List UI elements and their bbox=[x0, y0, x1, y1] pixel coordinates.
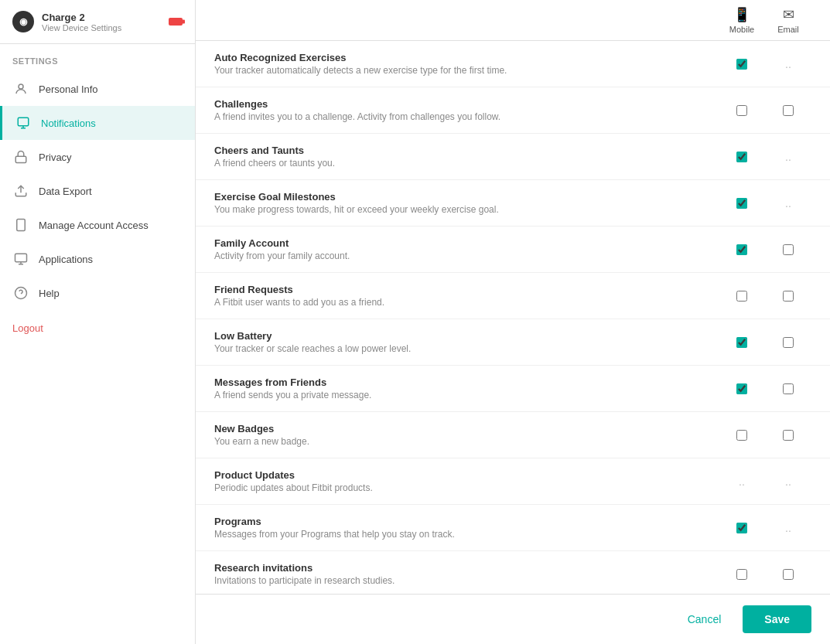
email-check-cell bbox=[765, 383, 811, 394]
email-check-cell: .. bbox=[765, 58, 811, 70]
mobile-checkbox[interactable] bbox=[736, 152, 747, 162]
mobile-check-cell: .. bbox=[719, 475, 765, 488]
table-row: Programs Messages from your Programs tha… bbox=[196, 505, 830, 551]
table-row: Family Account Activity from your family… bbox=[196, 227, 830, 273]
notification-title: Family Account bbox=[214, 237, 719, 249]
notification-desc: A Fitbit user wants to add you as a frie… bbox=[214, 297, 719, 308]
notification-title: New Badges bbox=[214, 423, 719, 434]
email-dash: .. bbox=[785, 475, 791, 488]
email-label: Email bbox=[777, 25, 799, 34]
sidebar-item-manage-account-access[interactable]: Manage Account Access bbox=[0, 208, 195, 242]
mobile-check-cell bbox=[719, 152, 765, 162]
table-row: Low Battery Your tracker or scale reache… bbox=[196, 319, 830, 366]
sidebar-item-data-export[interactable]: Data Export bbox=[0, 174, 195, 208]
table-row: Challenges A friend invites you to a cha… bbox=[196, 87, 830, 134]
mobile-icon: 📱 bbox=[733, 6, 750, 23]
sidebar-item-label: Manage Account Access bbox=[39, 220, 149, 231]
email-checkbox[interactable] bbox=[783, 291, 794, 302]
notification-desc: Your tracker or scale reaches a low powe… bbox=[214, 343, 719, 354]
sidebar: ◉ Charge 2 View Device Settings SETTINGS… bbox=[0, 0, 196, 644]
applications-icon bbox=[12, 250, 29, 267]
sidebar-item-notifications[interactable]: Notifications bbox=[0, 106, 195, 140]
email-checkbox[interactable] bbox=[783, 337, 794, 348]
email-checkbox[interactable] bbox=[783, 430, 794, 441]
mobile-checkbox[interactable] bbox=[736, 59, 747, 70]
notification-title: Auto Recognized Exercises bbox=[214, 52, 719, 63]
mobile-check-cell bbox=[719, 430, 765, 441]
svg-rect-4 bbox=[17, 220, 26, 231]
email-check-cell bbox=[765, 430, 811, 441]
email-dash: .. bbox=[785, 522, 791, 534]
notification-desc: You earn a new badge. bbox=[214, 436, 719, 447]
cancel-button[interactable]: Cancel bbox=[675, 607, 734, 632]
device-link[interactable]: View Device Settings bbox=[42, 23, 161, 32]
sidebar-item-applications[interactable]: Applications bbox=[0, 242, 195, 276]
notification-desc: You make progress towards, hit or exceed… bbox=[214, 204, 719, 215]
mobile-check-cell bbox=[719, 244, 765, 255]
logout-link[interactable]: Logout bbox=[0, 310, 195, 346]
settings-label: SETTINGS bbox=[0, 44, 195, 72]
notification-rows: Auto Recognized Exercises Your tracker a… bbox=[196, 41, 830, 594]
mobile-check-cell bbox=[719, 105, 765, 116]
mobile-checkbox[interactable] bbox=[736, 198, 747, 209]
save-button[interactable]: Save bbox=[743, 605, 811, 633]
notification-desc: Periodic updates about Fitbit products. bbox=[214, 482, 719, 493]
table-header: 📱 Mobile ✉ Email bbox=[196, 0, 830, 41]
mobile-checkbox[interactable] bbox=[736, 523, 747, 533]
table-row: Cheers and Taunts A friend cheers or tau… bbox=[196, 134, 830, 180]
sidebar-item-help[interactable]: Help bbox=[0, 276, 195, 310]
notification-text: Exercise Goal Milestones You make progre… bbox=[214, 191, 719, 215]
device-name: Charge 2 bbox=[42, 12, 161, 23]
sidebar-item-label: Personal Info bbox=[39, 83, 98, 95]
sidebar-item-privacy[interactable]: Privacy bbox=[0, 140, 195, 174]
notifications-icon bbox=[15, 114, 32, 131]
notification-text: Product Updates Periodic updates about F… bbox=[214, 469, 719, 493]
table-row: Friend Requests A Fitbit user wants to a… bbox=[196, 273, 830, 319]
notification-text: Family Account Activity from your family… bbox=[214, 237, 719, 261]
mobile-check-cell bbox=[719, 523, 765, 533]
mobile-checkbox[interactable] bbox=[736, 569, 747, 580]
device-header[interactable]: ◉ Charge 2 View Device Settings bbox=[0, 0, 195, 44]
table-row: New Badges You earn a new badge. bbox=[196, 412, 830, 458]
table-row: Product Updates Periodic updates about F… bbox=[196, 458, 830, 505]
notification-text: Messages from Friends A friend sends you… bbox=[214, 377, 719, 400]
notification-title: Programs bbox=[214, 516, 719, 527]
notification-title: Friend Requests bbox=[214, 284, 719, 295]
sidebar-nav: Personal Info Notifications Privacy Data… bbox=[0, 72, 195, 310]
email-icon: ✉ bbox=[783, 6, 794, 23]
notification-desc: A friend cheers or taunts you. bbox=[214, 158, 719, 169]
notification-title: Research invitations bbox=[214, 562, 719, 574]
notification-text: Challenges A friend invites you to a cha… bbox=[214, 98, 719, 122]
mobile-checkbox[interactable] bbox=[736, 383, 747, 394]
notification-text: Programs Messages from your Programs tha… bbox=[214, 516, 719, 540]
notification-text: Research invitations Invitations to part… bbox=[214, 562, 719, 586]
email-checkbox[interactable] bbox=[783, 383, 794, 394]
notification-text: New Badges You earn a new badge. bbox=[214, 423, 719, 447]
manage-account-access-icon bbox=[12, 216, 29, 233]
col-email-header: ✉ Email bbox=[765, 6, 811, 34]
help-icon bbox=[12, 285, 29, 302]
mobile-checkbox[interactable] bbox=[736, 291, 747, 302]
email-check-cell: .. bbox=[765, 151, 811, 163]
mobile-checkbox[interactable] bbox=[736, 244, 747, 255]
svg-rect-6 bbox=[15, 254, 27, 262]
email-checkbox[interactable] bbox=[783, 105, 794, 116]
notification-desc: A friend sends you a private message. bbox=[214, 390, 719, 400]
sidebar-item-label: Notifications bbox=[41, 118, 96, 129]
email-checkbox[interactable] bbox=[783, 244, 794, 255]
email-check-cell bbox=[765, 105, 811, 116]
mobile-checkbox[interactable] bbox=[736, 430, 747, 441]
email-dash: .. bbox=[785, 58, 791, 70]
main-content: 📱 Mobile ✉ Email Auto Recognized Exercis… bbox=[196, 0, 830, 644]
email-check-cell: .. bbox=[765, 197, 811, 210]
notification-title: Cheers and Taunts bbox=[214, 145, 719, 156]
email-checkbox[interactable] bbox=[783, 569, 794, 580]
personal-info-icon bbox=[12, 80, 29, 97]
mobile-checkbox[interactable] bbox=[736, 337, 747, 348]
mobile-check-cell bbox=[719, 337, 765, 348]
notification-text: Low Battery Your tracker or scale reache… bbox=[214, 330, 719, 354]
table-row: Research invitations Invitations to part… bbox=[196, 551, 830, 594]
mobile-checkbox[interactable] bbox=[736, 105, 747, 116]
sidebar-item-personal-info[interactable]: Personal Info bbox=[0, 72, 195, 106]
mobile-check-cell bbox=[719, 569, 765, 580]
